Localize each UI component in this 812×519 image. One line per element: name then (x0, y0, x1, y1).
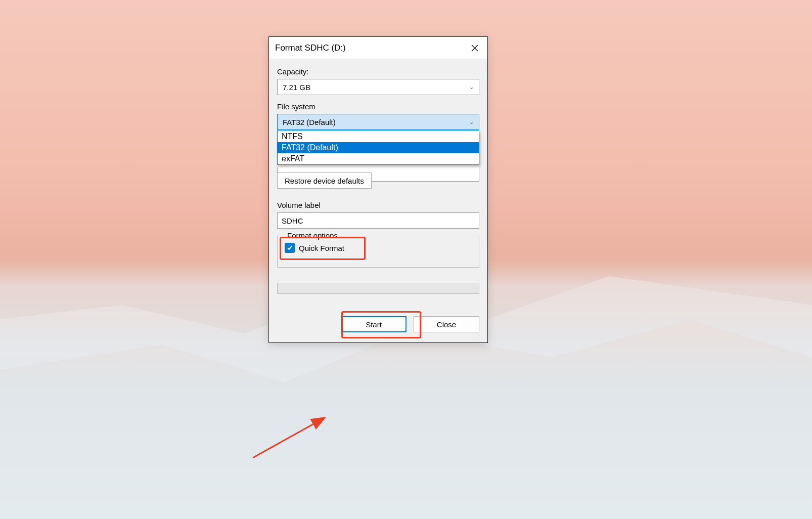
capacity-value: 7.21 GB (283, 83, 310, 92)
close-dialog-button[interactable]: Close (414, 316, 479, 332)
chevron-down-icon: ⌄ (469, 119, 474, 125)
filesystem-option-fat32[interactable]: FAT32 (Default) (278, 142, 479, 153)
filesystem-group: File system FAT32 (Default) ⌄ NTFS FAT32… (277, 102, 479, 130)
format-options-legend: Format options (285, 231, 472, 240)
filesystem-option-ntfs[interactable]: NTFS (278, 131, 479, 142)
restore-group: Restore device defaults (277, 168, 479, 192)
filesystem-value: FAT32 (Default) (283, 118, 336, 126)
close-button[interactable] (462, 37, 487, 59)
dialog-title: Format SDHC (D:) (275, 43, 346, 53)
filesystem-dropdown: NTFS FAT32 (Default) exFAT (277, 131, 479, 165)
volume-label-input[interactable] (277, 212, 479, 229)
close-icon (471, 45, 478, 52)
progress-bar (277, 283, 479, 294)
filesystem-label: File system (277, 102, 479, 111)
filesystem-option-exfat[interactable]: exFAT (278, 153, 479, 164)
quick-format-checkbox[interactable] (285, 243, 295, 253)
filesystem-select[interactable]: FAT32 (Default) ⌄ (277, 114, 479, 130)
quick-format-label: Quick Format (299, 244, 344, 252)
restore-defaults-button[interactable]: Restore device defaults (277, 172, 372, 189)
format-options-fieldset: Format options Quick Format (277, 236, 479, 268)
check-icon (287, 245, 293, 251)
titlebar: Format SDHC (D:) (269, 37, 487, 59)
dialog-body: Capacity: 7.21 GB ⌄ File system FAT32 (D… (269, 59, 487, 342)
capacity-label: Capacity: (277, 67, 479, 76)
volume-label-group: Volume label (277, 201, 479, 229)
capacity-select[interactable]: 7.21 GB ⌄ (277, 79, 479, 95)
quick-format-row: Quick Format (285, 243, 472, 253)
start-button[interactable]: Start (341, 316, 407, 332)
capacity-group: Capacity: 7.21 GB ⌄ (277, 67, 479, 95)
format-dialog: Format SDHC (D:) Capacity: 7.21 GB ⌄ Fil… (268, 36, 488, 343)
volume-label-label: Volume label (277, 201, 479, 209)
button-row: Start Close (277, 316, 479, 332)
chevron-down-icon: ⌄ (469, 84, 474, 91)
